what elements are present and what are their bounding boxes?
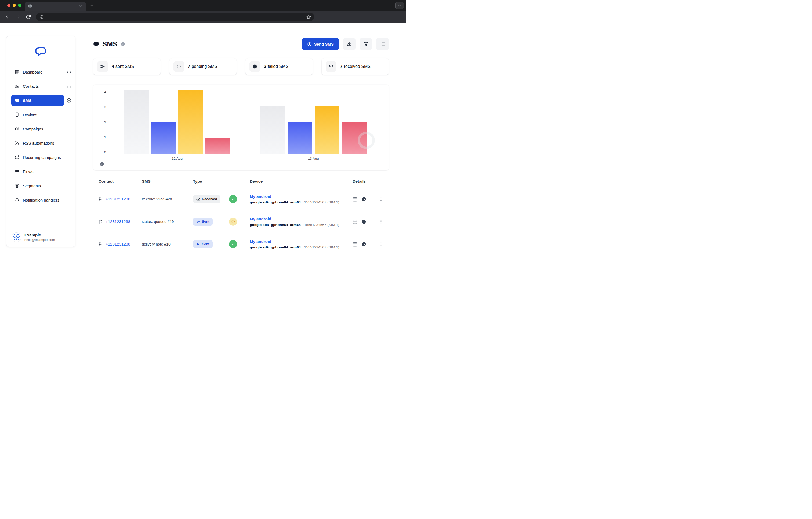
bell-icon[interactable] [66,69,71,74]
tab-search-button[interactable] [395,2,404,9]
sidebar-link-contacts[interactable]: Contacts [11,81,64,92]
clock-icon [361,219,366,224]
stat-value: 3 [264,64,266,69]
device-number: +15551234567 (SIM 1) [302,245,339,249]
sidebar-link-segments[interactable]: Segments [11,180,71,191]
minimize-window-button[interactable] [12,4,16,7]
kebab-icon [379,219,383,224]
inbox-icon [326,61,337,72]
site-info-button[interactable] [38,13,45,21]
sms-text: rx code: 2244 #20 [138,197,189,201]
contact-card-icon [15,84,19,89]
address-bar[interactable] [36,12,314,21]
row-menu-button[interactable] [379,219,383,224]
device-link[interactable]: My android [250,239,271,244]
stat-card-received: 7received SMS [322,58,389,75]
new-tab-button[interactable] [89,2,95,9]
app-page: Dashboard Contacts SMS [0,23,406,260]
sidebar-item-label: Campaigns [23,127,43,131]
back-button[interactable] [3,12,12,22]
calendar-icon [353,197,357,202]
row-menu-button[interactable] [379,242,383,247]
bar-total [124,90,149,154]
device-link[interactable]: My android [250,194,271,199]
plus-circle-icon[interactable] [66,98,71,103]
sidebar-item-label: Segments [23,184,41,188]
alert-icon [250,61,260,72]
history-button[interactable] [361,242,366,247]
bar-pending [315,106,340,154]
paper-plane-icon [97,61,108,72]
sidebar-link-sms[interactable]: SMS [11,95,64,106]
smartphone-icon [15,113,19,117]
export-button[interactable] [343,38,355,50]
history-button[interactable] [361,197,366,202]
zoom-window-button[interactable] [18,4,21,7]
send-sms-button[interactable]: Send SMS [302,38,339,50]
rss-icon [15,141,19,146]
bookmark-button[interactable] [305,13,312,21]
calendar-icon [353,242,357,247]
globe-favicon-icon [28,4,32,8]
sidebar-link-devices[interactable]: Devices [11,109,71,120]
contact-link[interactable]: +1231231238 [106,219,130,224]
info-icon[interactable] [121,42,125,47]
send-sms-label: Send SMS [314,42,334,47]
calendar-button[interactable] [353,242,357,247]
sidebar-link-dashboard[interactable]: Dashboard [11,66,64,78]
bar-failed [342,122,367,154]
sidebar-link-rss-automations[interactable]: RSS automations [11,138,71,149]
main-content: SMS Send SMS 4sent SMS 7pending SMS [93,23,389,260]
column-header-sms: SMS [138,179,189,184]
browser-tab[interactable] [25,2,86,11]
reload-button[interactable] [24,12,33,22]
sidebar-link-notification-handlers[interactable]: Notification handlers [11,194,71,206]
megaphone-icon [15,127,19,131]
sidebar-link-flows[interactable]: Flows [11,166,71,177]
history-button[interactable] [361,219,366,224]
forward-button[interactable] [13,12,23,22]
contact-link[interactable]: +1231231238 [106,242,130,246]
stat-value: 4 [112,64,114,69]
row-menu-button[interactable] [379,197,383,202]
browser-toolbar [0,11,406,23]
calendar-button[interactable] [353,197,357,202]
flag-icon [98,197,103,201]
info-icon[interactable] [99,163,104,167]
calendar-button[interactable] [353,219,357,224]
star-icon [307,15,311,19]
sidebar-item-label: Notification handlers [23,198,59,202]
device-model: google sdk_gphone64_arm64 [250,223,301,227]
sidebar-link-recurring-campaigns[interactable]: Recurring campaigns [11,152,71,163]
close-tab-icon[interactable] [79,4,83,8]
column-header-contact: Contact [93,179,138,184]
arrow-left-icon [5,14,10,19]
arrow-right-icon [16,14,21,19]
sidebar-item-devices: Devices [11,109,71,120]
status-badge-success [229,240,237,248]
close-window-button[interactable] [7,4,10,7]
stat-label: failed SMS [268,64,288,69]
contact-link[interactable]: +1231231238 [106,197,130,201]
chevron-down-icon [398,4,401,7]
columns-button[interactable] [376,38,389,50]
check-icon [231,242,235,246]
y-tick-label: 0 [104,150,106,154]
chart-x-labels: 12 Aug13 Aug [109,156,382,162]
bar-chart-icon[interactable] [66,84,71,89]
type-badge: Sent [193,240,213,248]
avatar [11,233,21,242]
paper-plane-icon [196,220,200,223]
page-title: SMS [102,40,117,48]
device-link[interactable]: My android [250,217,271,221]
bar-group [260,90,367,154]
check-icon [231,197,235,201]
sidebar-link-campaigns[interactable]: Campaigns [11,123,71,134]
column-header-details: Details [345,179,389,184]
user-profile[interactable]: Example hello@example.com [6,228,75,247]
kebab-icon [379,197,383,202]
device-number: +15551234567 (SIM 1) [302,223,339,227]
y-tick-label: 3 [104,105,106,109]
filter-button[interactable] [359,38,372,50]
sidebar-item-campaigns: Campaigns [11,123,71,134]
